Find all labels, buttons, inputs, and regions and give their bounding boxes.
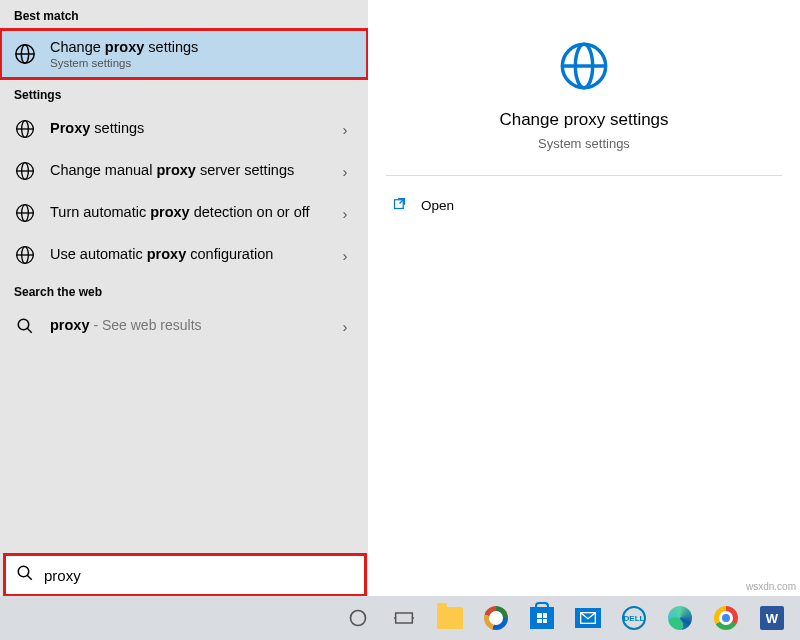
- chevron-right-icon[interactable]: ›: [336, 247, 354, 264]
- globe-icon: [14, 118, 36, 140]
- chevron-right-icon[interactable]: ›: [336, 318, 354, 335]
- chevron-right-icon[interactable]: ›: [336, 121, 354, 138]
- web-result-item[interactable]: proxy - See web results ›: [0, 305, 368, 347]
- svg-rect-25: [396, 613, 413, 623]
- best-match-item[interactable]: Change proxy settings System settings: [0, 29, 368, 79]
- settings-item-manual-proxy[interactable]: Change manual proxy server settings ›: [0, 150, 368, 192]
- globe-icon: [14, 160, 36, 182]
- edge-legacy-button[interactable]: [474, 598, 518, 638]
- svg-line-16: [27, 328, 32, 333]
- store-button[interactable]: [520, 598, 564, 638]
- chrome-button[interactable]: [704, 598, 748, 638]
- svg-point-24: [351, 611, 366, 626]
- settings-item-proxy[interactable]: Proxy settings ›: [0, 108, 368, 150]
- search-input[interactable]: [44, 567, 354, 584]
- taskbar: DELL W: [0, 596, 800, 640]
- settings-item-label: Change manual proxy server settings: [50, 161, 322, 181]
- globe-icon: [14, 43, 36, 65]
- open-action[interactable]: Open: [368, 186, 800, 225]
- mail-button[interactable]: [566, 598, 610, 638]
- watermark: wsxdn.com: [746, 581, 796, 592]
- word-button[interactable]: W: [750, 598, 794, 638]
- svg-line-23: [27, 575, 32, 580]
- globe-icon: [14, 244, 36, 266]
- globe-icon: [558, 40, 610, 92]
- search-icon: [14, 315, 36, 337]
- svg-point-15: [18, 319, 29, 330]
- search-icon: [16, 564, 34, 586]
- section-search-web: Search the web: [0, 276, 368, 305]
- svg-point-22: [18, 566, 29, 577]
- settings-item-label: Proxy settings: [50, 119, 322, 139]
- open-label: Open: [421, 198, 454, 213]
- chevron-right-icon[interactable]: ›: [336, 163, 354, 180]
- best-match-title: Change proxy settings: [50, 39, 198, 55]
- preview-panel: Change proxy settings System settings Op…: [368, 0, 800, 596]
- preview-subtitle: System settings: [538, 136, 630, 151]
- task-view-button[interactable]: [382, 598, 426, 638]
- edge-button[interactable]: [658, 598, 702, 638]
- open-icon: [392, 196, 407, 215]
- section-best-match: Best match: [0, 0, 368, 29]
- best-match-subtitle: System settings: [50, 57, 198, 69]
- settings-item-label: Use automatic proxy configuration: [50, 245, 322, 265]
- search-results-panel: Best match Change proxy settings System …: [0, 0, 368, 596]
- globe-icon: [14, 202, 36, 224]
- settings-item-auto-detect[interactable]: Turn automatic proxy detection on or off…: [0, 192, 368, 234]
- settings-item-label: Turn automatic proxy detection on or off: [50, 203, 322, 223]
- cortana-button[interactable]: [336, 598, 380, 638]
- divider: [386, 175, 782, 176]
- chevron-right-icon[interactable]: ›: [336, 205, 354, 222]
- section-settings: Settings: [0, 79, 368, 108]
- preview-title: Change proxy settings: [499, 110, 668, 130]
- web-result-label: proxy - See web results: [50, 316, 322, 336]
- file-explorer-button[interactable]: [428, 598, 472, 638]
- dell-button[interactable]: DELL: [612, 598, 656, 638]
- settings-item-auto-config[interactable]: Use automatic proxy configuration ›: [0, 234, 368, 276]
- search-bar[interactable]: [4, 554, 366, 596]
